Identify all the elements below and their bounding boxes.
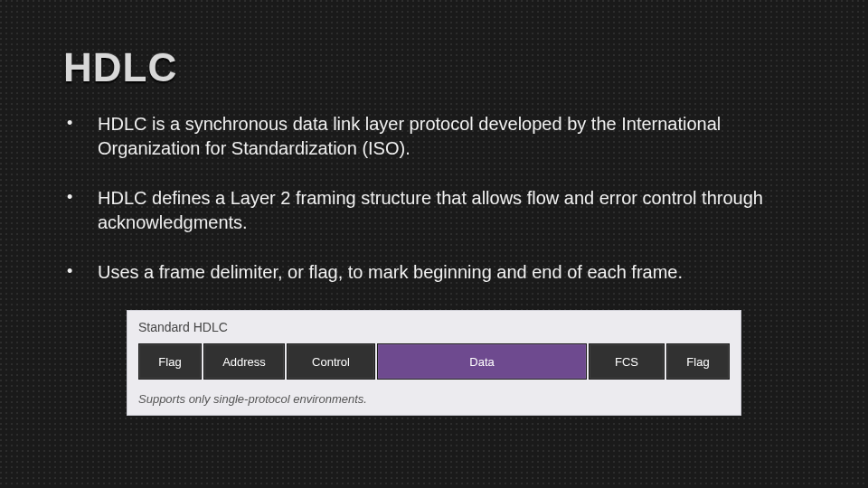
frame-row: Flag Address Control Data FCS Flag [138, 343, 730, 380]
list-item: • HDLC is a synchronous data link layer … [67, 112, 805, 161]
slide-title: HDLC [63, 45, 805, 90]
hdlc-figure: Standard HDLC Flag Address Control Data … [127, 310, 741, 416]
slide: HDLC • HDLC is a synchronous data link l… [0, 0, 868, 488]
figure-caption: Supports only single-protocol environmen… [138, 392, 730, 406]
bullet-text: HDLC defines a Layer 2 framing structure… [98, 186, 805, 235]
frame-field-data: Data [377, 343, 587, 380]
figure-title: Standard HDLC [138, 320, 730, 334]
frame-field-flag: Flag [138, 343, 202, 380]
list-item: • Uses a frame delimiter, or flag, to ma… [67, 260, 805, 285]
frame-field-fcs: FCS [589, 343, 665, 380]
bullet-text: HDLC is a synchronous data link layer pr… [98, 112, 805, 161]
bullet-text: Uses a frame delimiter, or flag, to mark… [98, 260, 805, 285]
frame-field-address: Address [203, 343, 285, 380]
frame-field-control: Control [287, 343, 375, 380]
frame-field-flag: Flag [666, 343, 730, 380]
bullet-icon: • [67, 260, 98, 283]
bullet-list: • HDLC is a synchronous data link layer … [67, 112, 805, 285]
bullet-icon: • [67, 186, 98, 209]
bullet-icon: • [67, 112, 98, 135]
list-item: • HDLC defines a Layer 2 framing structu… [67, 186, 805, 235]
